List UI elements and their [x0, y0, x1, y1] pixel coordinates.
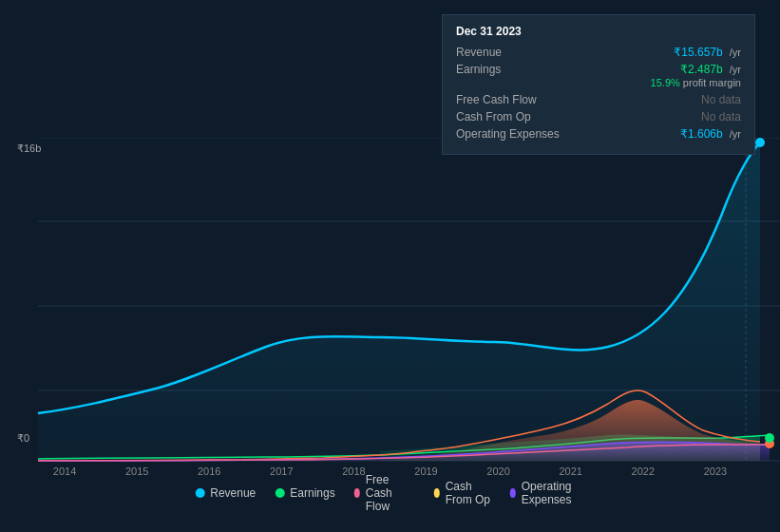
tooltip-row-revenue: Revenue ₹15.657b /yr [456, 46, 741, 59]
tooltip-row-earnings: Earnings ₹2.487b /yr 15.9% profit margin [456, 63, 741, 89]
legend-item-cashfromop[interactable]: Cash From Op [434, 480, 491, 506]
earnings-endpoint [765, 433, 774, 443]
tooltip-value-fcf: No data [701, 93, 741, 106]
tooltip-label-fcf: Free Cash Flow [456, 93, 570, 106]
legend-dot-cashfromop [434, 488, 440, 498]
legend-dot-fcf [354, 488, 360, 498]
tooltip-row-cashfromop: Cash From Op No data [456, 110, 741, 124]
tooltip-label-cashfromop: Cash From Op [456, 110, 570, 124]
tooltip-box: Dec 31 2023 Revenue ₹15.657b /yr Earning… [442, 14, 755, 155]
tooltip-value-opex: ₹1.606b /yr [680, 127, 741, 141]
main-chart [0, 138, 780, 475]
profit-margin: 15.9% profit margin [651, 77, 741, 88]
chart-legend: Revenue Earnings Free Cash Flow Cash Fro… [195, 473, 585, 513]
x-label-2014: 2014 [53, 466, 76, 477]
legend-label-cashfromop: Cash From Op [446, 480, 491, 506]
tooltip-value-cashfromop: No data [701, 110, 741, 124]
legend-dot-revenue [195, 488, 204, 498]
legend-item-earnings[interactable]: Earnings [275, 486, 334, 500]
tooltip-value-revenue: ₹15.657b /yr [674, 46, 741, 59]
legend-label-earnings: Earnings [290, 486, 334, 500]
tooltip-value-earnings: ₹2.487b /yr [680, 63, 741, 76]
revenue-endpoint [755, 138, 765, 147]
x-label-2023: 2023 [704, 466, 727, 477]
x-label-2015: 2015 [125, 466, 148, 477]
tooltip-row-fcf: Free Cash Flow No data [456, 93, 741, 106]
legend-label-revenue: Revenue [210, 486, 256, 500]
legend-dot-earnings [275, 488, 284, 498]
legend-label-fcf: Free Cash Flow [366, 473, 415, 513]
tooltip-label-revenue: Revenue [456, 46, 570, 59]
legend-label-opex: Operating Expenses [522, 480, 585, 506]
chart-container: Dec 31 2023 Revenue ₹15.657b /yr Earning… [0, 0, 780, 532]
legend-item-opex[interactable]: Operating Expenses [510, 480, 585, 506]
tooltip-row-opex: Operating Expenses ₹1.606b /yr [456, 127, 741, 141]
legend-dot-opex [510, 488, 516, 498]
legend-item-revenue[interactable]: Revenue [195, 486, 256, 500]
tooltip-label-earnings: Earnings [456, 63, 570, 76]
legend-item-fcf[interactable]: Free Cash Flow [354, 473, 415, 513]
tooltip-date: Dec 31 2023 [456, 25, 741, 38]
tooltip-label-opex: Operating Expenses [456, 127, 570, 141]
x-label-2022: 2022 [632, 466, 655, 477]
